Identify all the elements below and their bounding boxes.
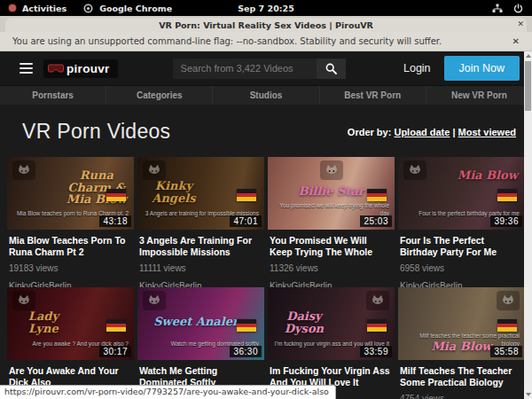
video-duration-badge: 30:17 [99,346,131,357]
warning-text: You are using an unsupported command-lin… [12,36,442,46]
system-tray[interactable] [492,4,523,13]
video-card[interactable]: Mia Blow Four is the perfect birthday pa… [398,157,525,287]
join-now-button[interactable]: Join Now [444,56,520,81]
nav-item-categories[interactable]: Categories [106,86,213,105]
network-icon [492,4,503,13]
studio-watermark-icon [497,291,520,310]
site-logo-text: pirouvr [66,62,110,75]
power-icon [513,4,523,13]
tab-title: VR Porn: Virtual Reality Sex Videos | Pi… [159,20,373,30]
focused-app-menu[interactable]: Google Chrome [99,4,172,13]
video-title-link[interactable]: You Promised We Will Keep Trying The Who… [270,235,392,258]
video-card[interactable]: Runa Charm & Mia Blow Mia Blow teaches p… [7,157,134,287]
site-header: pirouvr Login Join Now [0,51,532,85]
thumb-overlay-name: Kinky Angels [145,180,203,204]
studio-watermark-icon [403,160,426,180]
status-url-text: https://pirouvr.com/vr-porn-video/779325… [4,387,329,396]
german-flag-icon [497,319,517,332]
video-duration-badge: 39:36 [490,215,522,227]
german-flag-icon [497,189,517,201]
german-flag-icon [237,319,256,332]
warning-close-icon[interactable]: ✕ [512,36,520,46]
thumb-overlay-name: Lady Lyne [14,310,73,334]
video-views: 11111 views [139,263,264,273]
video-card[interactable]: Mia Blow Milf teaches the teacher some p… [398,287,525,399]
activities-button[interactable]: Activities [22,4,66,13]
video-title-link[interactable]: Four Is The Perfect Birthday Party For M… [400,235,522,258]
video-thumbnail[interactable]: Billie Star You promised we will keep tr… [268,157,395,230]
video-thumbnail[interactable]: Runa Charm & Mia Blow Mia Blow teaches p… [7,157,134,230]
scrollbar[interactable] [524,51,532,399]
chrome-warning-bar: You are using an unsupported command-lin… [0,32,532,51]
page-title: VR Porn Videos [22,120,170,144]
video-duration-badge: 33:59 [360,346,392,357]
video-views: 4754 views [400,394,525,399]
search-icon [325,63,337,74]
video-duration-badge: 35:58 [490,346,522,357]
video-thumbnail[interactable]: Daisy Dyson I'm fucking your virgin ass … [268,287,395,360]
video-views: 11326 views [270,263,395,273]
video-thumbnail[interactable]: Mia Blow Milf teaches the teacher some p… [398,287,525,360]
german-flag-icon [367,189,387,201]
video-studio-link[interactable]: KinkyGirlsBerlin [139,281,264,287]
video-duration-badge: 25:03 [360,215,392,227]
scrollbar-up-arrow[interactable] [524,51,532,60]
studio-watermark-icon [143,160,166,180]
nav-item-pornstars[interactable]: Pornstars [0,86,106,105]
video-views: 19183 views [9,263,134,273]
video-card[interactable]: Lady Lyne Are you awake ? And your dick … [7,287,134,399]
video-title-link[interactable]: 3 Angels Are Training For Impossible Mis… [139,235,262,258]
main-nav: PornstarsCategoriesStudiosBest VR PornNe… [0,85,532,105]
studio-watermark-icon [143,291,166,310]
order-most-viewed-link[interactable]: Most viewed [458,127,516,137]
video-grid: Runa Charm & Mia Blow Mia Blow teaches p… [0,157,532,399]
studio-watermark-icon [320,160,343,180]
menu-hamburger-icon[interactable] [20,63,33,74]
german-flag-icon [237,189,256,201]
system-top-bar: Activities Google Chrome Sep 7 20:25 [0,0,532,16]
tab-close-icon[interactable]: ✕ [517,19,524,29]
video-thumbnail[interactable]: Mia Blow Four is the perfect birthday pa… [398,157,525,230]
browser-tab-strip: VR Porn: Virtual Reality Sex Videos | Pi… [0,16,532,32]
video-title-link[interactable]: Milf Teaches The Teacher Some Practical … [400,365,522,388]
video-card[interactable]: Billie Star You promised we will keep tr… [268,157,395,287]
video-studio-link[interactable]: KinkyGirlsBerlin [400,281,525,287]
thumb-overlay-name: Daisy Dyson [275,310,333,334]
search-button[interactable] [317,59,346,79]
nav-item-new-vr-porn[interactable]: New VR Porn [426,86,532,105]
video-card[interactable]: Kinky Angels 3 Angels are training for i… [137,157,264,287]
search-input[interactable] [173,59,317,79]
video-views: 6958 views [400,263,525,273]
order-upload-date-link[interactable]: Upload date [394,127,450,137]
scrollbar-thumb[interactable] [525,61,531,111]
video-studio-link[interactable]: KinkyGirlsBerlin [9,281,134,287]
page-viewport: pirouvr Login Join Now PornstarsCategori… [0,51,532,399]
nav-item-studios[interactable]: Studios [213,86,319,105]
vr-headset-icon [48,64,64,74]
german-flag-icon [106,189,126,201]
order-by: Order by: Upload date | Most viewed [348,127,516,137]
nav-item-best-vr-porn[interactable]: Best VR Porn [320,86,426,105]
video-card[interactable]: Sweet Analena Watch me getting dominated… [137,287,264,399]
studio-watermark-icon [12,291,35,310]
video-duration-badge: 47:01 [230,215,262,227]
clock[interactable]: Sep 7 20:25 [238,4,294,13]
video-thumbnail[interactable]: Kinky Angels 3 Angels are training for i… [137,157,264,230]
studio-watermark-icon [366,291,389,310]
video-duration-badge: 36:30 [230,346,262,357]
video-thumbnail[interactable]: Lady Lyne Are you awake ? And your dick … [7,287,134,360]
studio-watermark-icon [12,160,35,180]
video-card[interactable]: Daisy Dyson I'm fucking your virgin ass … [268,287,395,399]
browser-tab[interactable]: VR Porn: Virtual Reality Sex Videos | Pi… [5,18,527,32]
thumb-overlay-name: Mia Blow [455,169,520,182]
order-by-label: Order by: [348,127,392,137]
video-title-link[interactable]: Mia Blow Teaches Porn To Runa Charm Pt 2 [9,235,131,258]
scrollbar-down-arrow[interactable] [524,390,532,399]
site-logo[interactable]: pirouvr [43,59,118,78]
german-flag-icon [367,319,387,332]
video-studio-link[interactable]: KinkyGirlsBerlin [270,281,395,287]
search-bar [173,59,346,79]
video-thumbnail[interactable]: Sweet Analena Watch me getting dominated… [137,287,264,360]
login-link[interactable]: Login [403,62,431,74]
recording-indicator-icon [9,4,16,12]
